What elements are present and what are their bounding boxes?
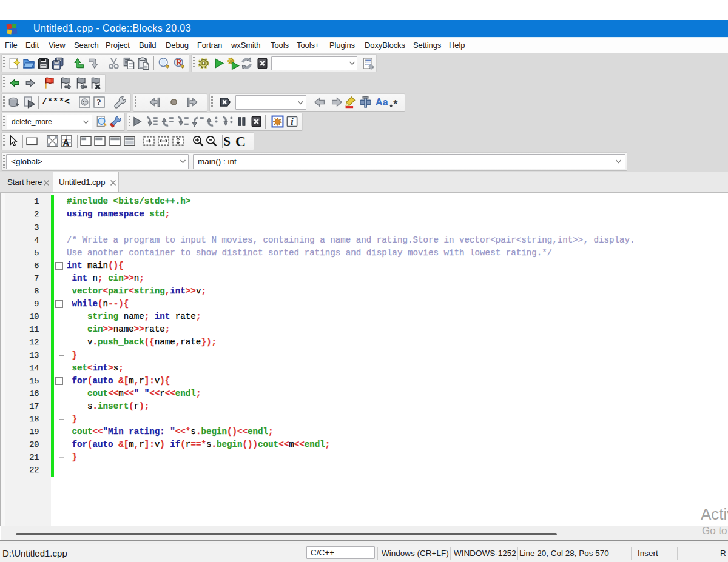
svg-text:A: A — [62, 138, 69, 147]
svg-text:Aa: Aa — [375, 96, 387, 107]
svg-text:*: * — [393, 98, 398, 109]
svg-text:?: ? — [96, 98, 101, 107]
svg-text:i: i — [291, 116, 294, 127]
svg-text:C: C — [235, 135, 246, 147]
svg-text:S: S — [223, 135, 231, 147]
